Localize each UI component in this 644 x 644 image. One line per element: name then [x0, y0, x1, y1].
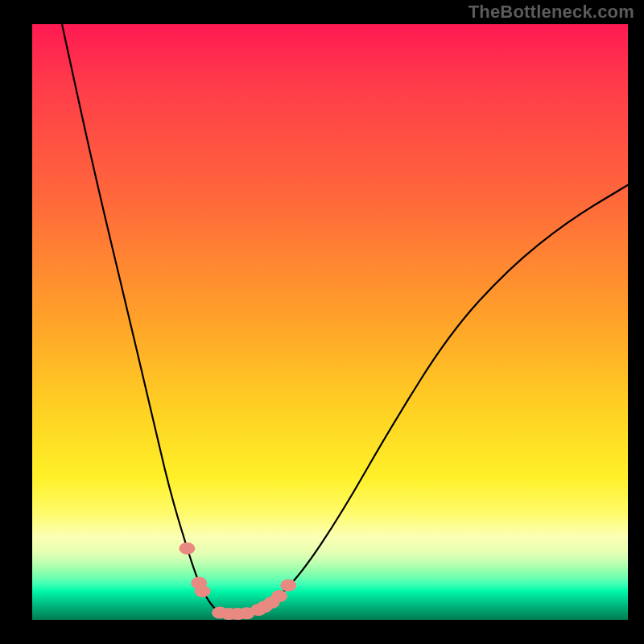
chart-frame: TheBottleneck.com [0, 0, 644, 644]
bottleneck-curve [62, 24, 628, 614]
watermark-text: TheBottleneck.com [469, 2, 634, 23]
curve-marker [280, 580, 296, 592]
curve-marker [271, 590, 287, 602]
curve-layer [32, 24, 628, 620]
curve-marker [195, 585, 211, 597]
curve-marker [179, 543, 195, 555]
plot-area [32, 24, 628, 620]
curve-markers [179, 543, 296, 620]
